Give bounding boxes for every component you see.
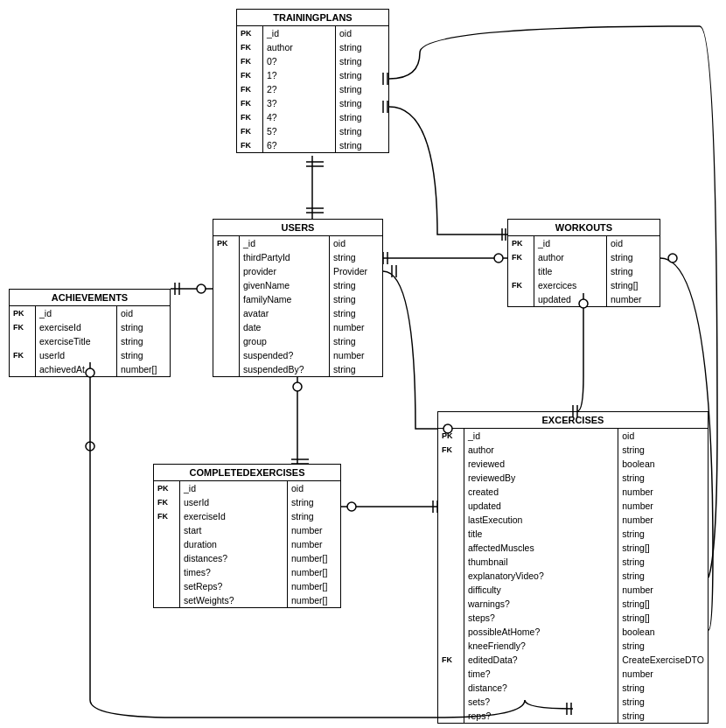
svg-point-12 — [86, 442, 94, 451]
table-header-excercises: EXCERCISES — [438, 412, 708, 429]
col-keys: PK FK FK — [508, 236, 534, 306]
table-excercises: EXCERCISES PK FK FK — [437, 411, 709, 724]
svg-point-16 — [293, 382, 302, 391]
col-keys: PK FK FK FK FK FK FK FK FK — [237, 26, 263, 152]
table-users: USERS PK _id thirdPartyId provider given… — [213, 219, 383, 377]
svg-point-19 — [347, 502, 356, 511]
svg-point-15 — [494, 254, 503, 262]
table-header-trainingplans: TRAININGPLANS — [237, 10, 388, 26]
svg-point-9 — [197, 284, 206, 293]
col-keys: PK FK FK — [10, 306, 36, 376]
table-achievements: ACHIEVEMENTS PK FK FK _id exerciseId exe… — [9, 289, 171, 377]
col-types: oid string string string number[] — [117, 306, 170, 376]
col-types: oid string string string[] number — [607, 236, 660, 306]
col-names: _id author 0? 1? 2? 3? 4? 5? 6? — [263, 26, 336, 152]
col-names: _id author title exercices updated — [534, 236, 607, 306]
diagram-container: TRAININGPLANS PK FK FK FK FK FK FK FK FK… — [0, 0, 726, 728]
table-header-users: USERS — [213, 220, 382, 236]
col-keys: PK FK FK — [154, 481, 180, 607]
col-types: oid string boolean string number number … — [618, 429, 708, 723]
col-names: _id exerciseId exerciseTitle userId achi… — [36, 306, 117, 376]
col-types: oid string string string string string s… — [336, 26, 388, 152]
col-names: _id thirdPartyId provider givenName fami… — [240, 236, 330, 376]
col-types: oid string Provider string string string… — [330, 236, 382, 376]
table-workouts: WORKOUTS PK FK FK _id author title exerc… — [507, 219, 660, 307]
col-names: _id author reviewed reviewedBy created u… — [464, 429, 618, 723]
table-header-workouts: WORKOUTS — [508, 220, 660, 236]
table-trainingplans: TRAININGPLANS PK FK FK FK FK FK FK FK FK… — [236, 9, 389, 153]
col-keys: PK FK FK — [438, 429, 464, 723]
col-names: _id userId exerciseId start duration dis… — [180, 481, 288, 607]
col-keys: PK — [213, 236, 240, 376]
table-completedexercises: COMPLETEDEXERCISES PK FK FK _id userId e… — [153, 464, 341, 608]
svg-point-28 — [668, 254, 677, 262]
col-types: oid string string number number number[]… — [288, 481, 340, 607]
table-header-achievements: ACHIEVEMENTS — [10, 290, 170, 306]
table-header-completedexercises: COMPLETEDEXERCISES — [154, 465, 340, 481]
